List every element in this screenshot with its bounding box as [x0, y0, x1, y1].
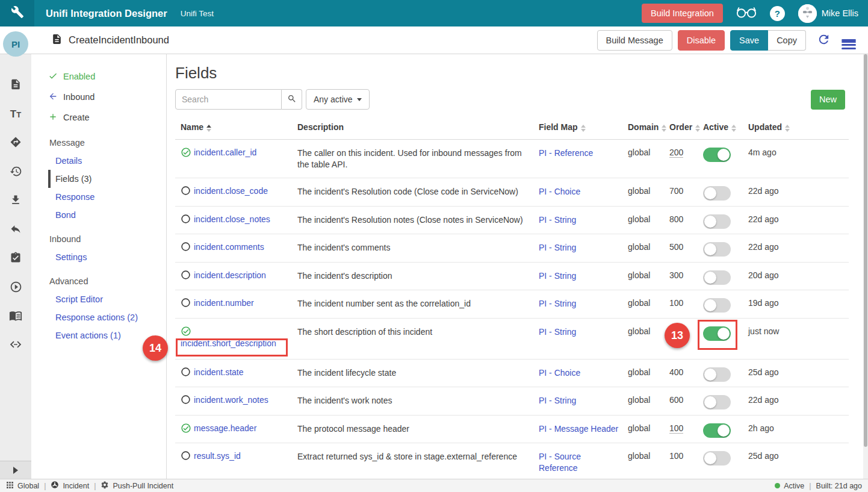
- active-toggle[interactable]: [703, 367, 731, 382]
- active-toggle[interactable]: [703, 451, 731, 466]
- active-toggle[interactable]: [703, 148, 731, 162]
- copy-button[interactable]: Copy: [768, 30, 806, 51]
- rail-item-reply[interactable]: [0, 216, 31, 244]
- nav-item-bond[interactable]: Bond: [31, 206, 166, 224]
- field-name-link[interactable]: incident.state: [194, 367, 244, 377]
- nav-item-script-editor[interactable]: Script Editor: [31, 290, 166, 308]
- field-map-link[interactable]: PI - Choice: [539, 368, 580, 378]
- active-toggle[interactable]: [703, 214, 731, 229]
- order-cell: 400: [669, 360, 703, 387]
- field-status-cell: [181, 178, 194, 206]
- field-map-link[interactable]: PI - Message Header: [539, 424, 618, 434]
- field-name-link[interactable]: incident.comments: [194, 242, 264, 252]
- field-map-link[interactable]: PI - String: [539, 271, 576, 281]
- active-cell: [703, 207, 748, 234]
- document-icon: [10, 78, 22, 93]
- rail-item-document[interactable]: [0, 71, 31, 100]
- inactive-circle-icon: [181, 397, 191, 406]
- field-name-link[interactable]: incident.number: [194, 298, 254, 308]
- column-header-field-map[interactable]: Field Map: [539, 122, 628, 139]
- active-filter-label: Any active: [314, 95, 353, 104]
- refresh-button[interactable]: [817, 33, 831, 48]
- nav-enabled[interactable]: Enabled: [31, 66, 166, 87]
- active-filter-dropdown[interactable]: Any active: [306, 89, 370, 110]
- field-map-link[interactable]: PI - String: [539, 215, 576, 225]
- process-avatar[interactable]: PI: [3, 31, 28, 57]
- menu-button[interactable]: [842, 38, 856, 43]
- active-toggle[interactable]: [703, 242, 731, 257]
- field-map-link[interactable]: PI - Reference: [539, 148, 593, 158]
- column-header-active[interactable]: Active: [703, 122, 748, 139]
- document-toolbar: CreateIncidentInbound Build Message Disa…: [0, 26, 868, 54]
- active-toggle[interactable]: [703, 270, 731, 285]
- active-toggle[interactable]: [703, 298, 731, 313]
- nav-item-details[interactable]: Details: [31, 152, 166, 170]
- scope-item[interactable]: Global: [6, 481, 39, 491]
- active-toggle[interactable]: [703, 423, 731, 438]
- field-map-link[interactable]: PI - Choice: [539, 187, 580, 196]
- nav-item-response-actions-2-[interactable]: Response actions (2): [31, 308, 166, 326]
- new-field-button[interactable]: New: [811, 90, 845, 110]
- field-name-link[interactable]: incident.work_notes: [194, 395, 268, 405]
- field-name-link[interactable]: message.header: [194, 423, 256, 433]
- field-name-link[interactable]: incident.close_code: [194, 186, 268, 196]
- rail-item-code[interactable]: [0, 331, 31, 360]
- column-header-description[interactable]: Description: [297, 122, 539, 139]
- app-logo[interactable]: [0, 0, 34, 26]
- order-value: 600: [669, 395, 683, 405]
- field-map-link[interactable]: PI - String: [539, 396, 576, 405]
- preview-glasses-icon[interactable]: [736, 5, 757, 21]
- user-menu[interactable]: Mike Ellis: [798, 4, 858, 23]
- field-name-link[interactable]: result.sys_id: [194, 451, 241, 461]
- field-map-link[interactable]: PI - String: [539, 327, 576, 337]
- active-cell: [703, 443, 748, 482]
- column-header-name[interactable]: Name: [181, 122, 297, 139]
- search-input[interactable]: [175, 89, 282, 110]
- hamburger-icon: [842, 39, 856, 41]
- nav-item-response[interactable]: Response: [31, 188, 166, 206]
- order-value[interactable]: 200: [669, 148, 683, 158]
- column-header-domain[interactable]: Domain: [628, 122, 669, 139]
- build-message-button[interactable]: Build Message: [597, 30, 672, 51]
- build-integration-button[interactable]: Build Integration: [642, 4, 723, 23]
- nav-item-fields-3-[interactable]: Fields (3): [48, 170, 166, 188]
- table-row: incident.caller_idThe caller on this inc…: [175, 140, 849, 178]
- column-header-updated[interactable]: Updated: [748, 122, 849, 139]
- field-map-link[interactable]: PI - String: [539, 299, 576, 308]
- field-map-link[interactable]: PI - String: [539, 243, 576, 252]
- rail-item-directions[interactable]: [0, 129, 31, 158]
- rail-item-download[interactable]: [0, 187, 31, 216]
- sort-icon: [731, 125, 736, 132]
- field-name-link[interactable]: incident.description: [194, 270, 266, 280]
- nav-item-settings[interactable]: Settings: [31, 248, 166, 266]
- field-name-cell: incident.close_code: [194, 178, 297, 206]
- field-map-cell: PI - Message Header: [539, 416, 628, 443]
- nav-create[interactable]: Create: [31, 107, 166, 128]
- rail-item-history[interactable]: [0, 158, 31, 187]
- help-icon[interactable]: ?: [770, 6, 785, 21]
- download-icon: [10, 194, 22, 208]
- nav-inbound[interactable]: Inbound: [31, 87, 166, 107]
- search-button[interactable]: [282, 89, 302, 110]
- field-status-cell: [181, 360, 194, 387]
- rail-item-task-check[interactable]: [0, 244, 31, 273]
- column-header-order[interactable]: Order: [669, 122, 703, 139]
- order-value[interactable]: 100: [669, 423, 683, 434]
- rail-item-text-format[interactable]: TT: [0, 100, 31, 129]
- scrollbar-thumb[interactable]: [864, 54, 867, 447]
- rail-expand-button[interactable]: [0, 461, 31, 479]
- field-name-link[interactable]: incident.close_notes: [194, 214, 270, 224]
- field-map-link[interactable]: PI - Source Reference: [539, 452, 581, 473]
- field-description: Extract returned sys_id & store in stage…: [297, 443, 539, 482]
- rail-item-knowledge-book[interactable]: [0, 302, 31, 331]
- field-status-cell: [181, 140, 194, 178]
- process-item[interactable]: Push-Pull Incident: [101, 481, 173, 491]
- field-name-link[interactable]: incident.caller_id: [194, 148, 256, 157]
- wrench-icon: [11, 5, 24, 21]
- active-toggle[interactable]: [703, 186, 731, 201]
- rail-item-play-circle[interactable]: [0, 273, 31, 302]
- save-button[interactable]: Save: [730, 30, 768, 51]
- table-item[interactable]: Incident: [51, 481, 89, 491]
- active-toggle[interactable]: [703, 395, 731, 409]
- disable-button[interactable]: Disable: [678, 30, 725, 51]
